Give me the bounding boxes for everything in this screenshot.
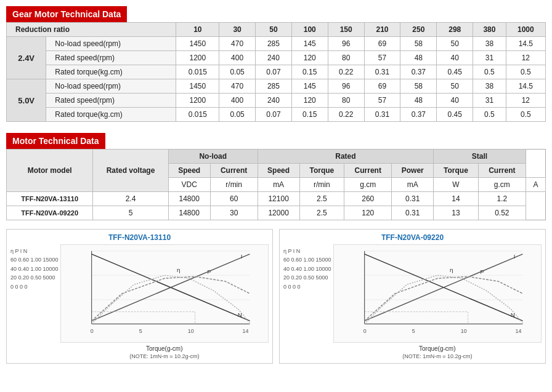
- cell-1-0-3: 145: [291, 79, 328, 94]
- motor-technical-section: Motor Technical Data Motor model Rated v…: [6, 133, 546, 220]
- ratio-298: 298: [437, 23, 473, 37]
- cell-1-0-4: 96: [328, 79, 364, 94]
- svg-text:N: N: [237, 311, 242, 318]
- cell-1-2-1: 0.05: [219, 108, 256, 122]
- chart1-ylabel-40: 40 0.40 1.00 10000: [10, 265, 59, 273]
- chart-1-title: TFF-N20VA-13110: [10, 233, 269, 242]
- cell-1-1-9: 12: [506, 94, 545, 108]
- ratio-210: 210: [364, 23, 400, 37]
- cell-0-0-7: 50: [437, 37, 473, 51]
- motor-cell-0-5: 2.5: [299, 192, 344, 206]
- chart-2-xlabel: Torque(g-cm): [333, 345, 542, 352]
- chart2-ylabel-40: 40 0.40 1.00 10000: [283, 265, 331, 273]
- svg-text:η: η: [177, 266, 180, 273]
- cell-0-2-5: 0.31: [364, 65, 400, 79]
- motor-cell-1-0: TFF-N20VA-09220: [7, 206, 93, 220]
- chart-1-xlabel: Torque(g-cm): [60, 345, 269, 352]
- cell-0-0-8: 38: [473, 37, 506, 51]
- cell-1-2-9: 0.5: [506, 108, 545, 122]
- row-label-0-1: Rated speed(rpm): [46, 51, 176, 65]
- cell-0-1-8: 31: [473, 51, 506, 65]
- cell-1-0-0: 1450: [176, 79, 219, 94]
- cell-0-1-1: 400: [219, 51, 256, 65]
- voltage-label-1: 5.0V: [7, 79, 46, 122]
- noload-current-header: Current: [210, 164, 258, 178]
- unit-rated-current: mA: [392, 178, 434, 192]
- cell-0-1-9: 12: [506, 51, 545, 65]
- cell-0-1-4: 80: [328, 51, 364, 65]
- cell-0-0-2: 285: [256, 37, 292, 51]
- ratio-100: 100: [291, 23, 328, 37]
- rated-torque-header: Torque: [299, 164, 344, 178]
- unit-stall-current: A: [526, 178, 545, 192]
- ratio-30: 30: [219, 23, 256, 37]
- motor-cell-1-4: 12000: [258, 206, 299, 220]
- motor-cell-1-7: 0.31: [392, 206, 434, 220]
- cell-0-2-8: 0.5: [473, 65, 506, 79]
- cell-1-0-6: 58: [400, 79, 437, 94]
- cell-0-1-0: 1200: [176, 51, 219, 65]
- ratio-250: 250: [400, 23, 437, 37]
- row-label-0-0: No-load speed(rpm): [46, 37, 176, 51]
- motor-cell-0-8: 14: [434, 192, 479, 206]
- cell-1-0-5: 69: [364, 79, 400, 94]
- svg-text:0: 0: [363, 328, 366, 334]
- cell-1-0-7: 50: [437, 79, 473, 94]
- cell-1-2-5: 0.31: [364, 108, 400, 122]
- cell-0-2-2: 0.07: [256, 65, 292, 79]
- noload-header: No-load: [168, 150, 258, 164]
- svg-text:P: P: [207, 268, 211, 275]
- cell-0-0-4: 96: [328, 37, 364, 51]
- cell-1-2-7: 0.45: [437, 108, 473, 122]
- motor-cell-0-9: 1.2: [478, 192, 526, 206]
- cell-1-0-9: 14.5: [506, 79, 545, 94]
- motor-cell-1-1: 5: [93, 206, 168, 220]
- cell-1-2-4: 0.22: [328, 108, 364, 122]
- motor-cell-0-7: 0.31: [392, 192, 434, 206]
- charts-row: TFF-N20VA-13110 η P I N 60 0.60 1.00 150…: [6, 229, 546, 364]
- rated-speed-header: Speed: [258, 164, 299, 178]
- svg-text:η: η: [450, 266, 453, 273]
- motor-cell-0-0: TFF-N20VA-13110: [7, 192, 93, 206]
- cell-1-0-2: 285: [256, 79, 292, 94]
- svg-text:0: 0: [90, 328, 93, 334]
- cell-0-0-5: 69: [364, 37, 400, 51]
- svg-text:10: 10: [460, 328, 466, 334]
- motor-cell-0-3: 60: [210, 192, 258, 206]
- cell-0-0-9: 14.5: [506, 37, 545, 51]
- cell-0-2-1: 0.05: [219, 65, 256, 79]
- ratio-1000: 1000: [506, 23, 545, 37]
- cell-0-1-3: 120: [291, 51, 328, 65]
- cell-0-2-0: 0.015: [176, 65, 219, 79]
- motor-cell-1-8: 13: [434, 206, 479, 220]
- cell-0-0-0: 1450: [176, 37, 219, 51]
- rated-voltage-header: Rated voltage: [93, 150, 168, 192]
- cell-1-2-8: 0.5: [473, 108, 506, 122]
- chart1-ylabel-eta: η P I N: [10, 247, 59, 255]
- gear-motor-title: Gear Motor Technical Data: [6, 6, 127, 22]
- row-label-0-2: Rated torque(kg.cm): [46, 65, 176, 79]
- stall-current-header: Current: [478, 164, 526, 178]
- voltage-label-0: 2.4V: [7, 37, 46, 79]
- cell-1-1-8: 31: [473, 94, 506, 108]
- svg-text:5: 5: [412, 328, 415, 334]
- cell-1-2-3: 0.15: [291, 108, 328, 122]
- chart1-ylabel-60: 60 0.60 1.00 15000: [10, 255, 59, 264]
- motor-cell-0-1: 2.4: [93, 192, 168, 206]
- cell-0-1-2: 240: [256, 51, 292, 65]
- rated-current-header: Current: [344, 164, 392, 178]
- motor-cell-0-2: 14800: [168, 192, 210, 206]
- chart2-ylabel-60: 60 0.60 1.00 15000: [283, 255, 331, 264]
- chart-1-note: (NOTE: 1mN-m = 10.2g-cm): [60, 353, 269, 359]
- cell-0-0-3: 145: [291, 37, 328, 51]
- cell-1-0-8: 38: [473, 79, 506, 94]
- svg-text:P: P: [480, 268, 484, 275]
- reduction-ratio-header: Reduction ratio: [7, 23, 176, 37]
- motor-cell-1-2: 14800: [168, 206, 210, 220]
- unit-rated-torque: g.cm: [344, 178, 392, 192]
- unit-voltage: VDC: [168, 178, 210, 192]
- svg-text:5: 5: [139, 328, 142, 334]
- motor-model-header: Motor model: [7, 150, 93, 192]
- cell-0-1-7: 40: [437, 51, 473, 65]
- chart-1-svg: η P I N 0 5 10 14: [60, 244, 269, 343]
